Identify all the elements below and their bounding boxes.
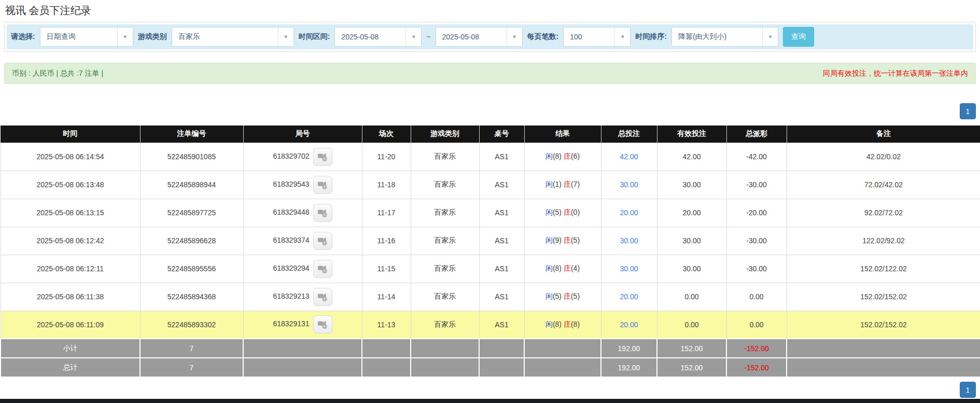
- cell-result: 闲(1) 庄(7): [524, 171, 601, 199]
- cell-game-type: 百家乐: [411, 255, 479, 283]
- chevron-down-icon[interactable]: ▼: [507, 27, 522, 46]
- time-sort-select[interactable]: 降冪(由大到小) ▼: [671, 27, 778, 47]
- cell-result: 闲(8) 庄(4): [524, 255, 601, 283]
- col-header-valid-bet: 有效投注: [657, 126, 726, 143]
- cell-remark: 42.02/0.02: [787, 143, 980, 171]
- cell-session: 11-17: [362, 199, 411, 227]
- totals-total-bet: 192.00: [601, 358, 657, 377]
- video-reel-icon: [317, 319, 328, 329]
- cell-session: 11-14: [362, 283, 411, 311]
- col-header-table-no: 桌号: [479, 126, 524, 143]
- cell-session: 11-15: [362, 255, 411, 283]
- cell-round-id: 618329131: [243, 311, 362, 339]
- cell-total-bet: 42.00: [601, 143, 657, 171]
- total-bet-link[interactable]: 30.00: [620, 237, 638, 245]
- cell-table-no: AS1: [479, 255, 524, 283]
- table-header: 时间 注单编号 局号 场次 游戏类别 桌号 结果 总投注 有效投注 总派彩 备注: [1, 126, 980, 143]
- totals-valid-bet: 152.00: [657, 339, 726, 358]
- cell-game-type: 百家乐: [411, 283, 479, 311]
- page-1-button[interactable]: 1: [960, 103, 976, 119]
- date-to-select[interactable]: 2025-05-08 ▼: [436, 27, 523, 47]
- chevron-down-icon[interactable]: ▼: [762, 27, 778, 46]
- currency-total-text: 币别 : 人民币 | 总共 :7 注单 |: [12, 69, 103, 78]
- total-bet-link[interactable]: 42.00: [620, 152, 638, 161]
- page-size-value: 100: [564, 27, 614, 46]
- time-range-label: 时间区间:: [299, 32, 330, 41]
- cell-bet-id: 522485896628: [140, 227, 243, 255]
- cell-game-type: 百家乐: [411, 199, 479, 227]
- cell-bet-id: 522485894368: [140, 283, 243, 311]
- cell-total-payout: -30.00: [726, 255, 787, 283]
- total-bet-link[interactable]: 20.00: [620, 209, 638, 217]
- totals-valid-bet: 152.00: [657, 358, 726, 377]
- cell-valid-bet: 42.00: [657, 143, 726, 171]
- cell-total-bet: 30.00: [601, 171, 657, 199]
- total-bet-link[interactable]: 20.00: [620, 321, 638, 329]
- page-size-select[interactable]: 100 ▼: [563, 27, 631, 47]
- col-header-total-payout: 总派彩: [726, 126, 787, 143]
- video-reel-icon: [317, 180, 328, 190]
- cell-result: 闲(5) 庄(0): [524, 199, 601, 227]
- totals-payout: -152.00: [726, 339, 787, 358]
- cell-total-payout: 0.00: [726, 283, 787, 311]
- cell-valid-bet: 30.00: [657, 255, 726, 283]
- cell-session: 11-13: [362, 311, 411, 339]
- total-bet-link[interactable]: 20.00: [620, 293, 638, 301]
- page-1-button[interactable]: 1: [960, 382, 976, 398]
- cell-table-no: AS1: [479, 171, 524, 199]
- cell-valid-bet: 0.00: [657, 311, 726, 339]
- cell-remark: 152.02/122.02: [787, 255, 980, 283]
- chevron-down-icon[interactable]: ▼: [278, 27, 293, 46]
- game-category-select[interactable]: 百家乐 ▼: [172, 27, 294, 47]
- video-reel-icon: [317, 152, 328, 162]
- cell-bet-id: 522485898944: [140, 171, 243, 199]
- col-header-total-bet: 总投注: [601, 126, 657, 143]
- totals-label: 小计: [1, 339, 140, 358]
- video-replay-button[interactable]: [313, 204, 332, 222]
- cell-game-type: 百家乐: [411, 171, 479, 199]
- date-from-value: 2025-05-08: [335, 27, 405, 46]
- search-button[interactable]: 查询: [783, 27, 814, 47]
- cell-session: 11-16: [362, 227, 411, 255]
- query-type-select[interactable]: 日期查询 ▼: [40, 27, 133, 47]
- cell-remark: 92.02/72.02: [787, 199, 980, 227]
- totals-remark: [787, 339, 980, 358]
- video-replay-button[interactable]: [313, 315, 332, 333]
- chevron-down-icon[interactable]: ▼: [405, 27, 421, 46]
- table-row: 2025-05-08 06:11:38 522485894368 6183292…: [1, 283, 980, 311]
- totals-count: 7: [140, 358, 243, 377]
- pagination-top: 1: [4, 103, 976, 119]
- totals-count: 7: [140, 339, 243, 358]
- page-title: 视讯 会员下注纪录: [0, 0, 980, 18]
- video-replay-button[interactable]: [313, 148, 332, 166]
- totals-row: 总计 7 192.00 152.00 -152.00: [1, 358, 980, 377]
- time-sort-value: 降冪(由大到小): [672, 27, 762, 46]
- chevron-down-icon[interactable]: ▼: [117, 27, 133, 46]
- cell-bet-id: 522485901085: [140, 143, 243, 171]
- cell-total-bet: 30.00: [601, 255, 657, 283]
- cell-time: 2025-05-08 06:11:38: [1, 283, 140, 311]
- cell-game-type: 百家乐: [411, 143, 479, 171]
- video-replay-button[interactable]: [313, 288, 332, 306]
- cell-time: 2025-05-08 06:12:11: [1, 255, 140, 283]
- cell-time: 2025-05-08 06:13:48: [1, 171, 140, 199]
- filter-bar: 请选择: 日期查询 ▼ 游戏类别 百家乐 ▼ 时间区间: 2025-05-08 …: [7, 24, 973, 49]
- cell-round-id: 618329448: [243, 199, 362, 227]
- betting-records-table: 时间 注单编号 局号 场次 游戏类别 桌号 结果 总投注 有效投注 总派彩 备注…: [0, 126, 980, 378]
- video-replay-button[interactable]: [313, 260, 332, 278]
- totals-total-bet: 192.00: [601, 339, 657, 358]
- game-category-label: 游戏类别: [138, 32, 167, 41]
- col-header-remark: 备注: [787, 126, 980, 143]
- video-replay-button[interactable]: [313, 232, 332, 250]
- table-row: 2025-05-08 06:13:48 522485898944 6183295…: [1, 171, 980, 199]
- total-bet-link[interactable]: 30.00: [620, 180, 638, 189]
- time-sort-label: 时间排序:: [635, 32, 667, 41]
- total-bet-link[interactable]: 30.00: [620, 265, 638, 273]
- video-replay-button[interactable]: [313, 176, 332, 194]
- chevron-down-icon[interactable]: ▼: [614, 27, 630, 46]
- cell-valid-bet: 0.00: [657, 283, 726, 311]
- cell-total-bet: 20.00: [601, 199, 657, 227]
- date-from-select[interactable]: 2025-05-08 ▼: [334, 27, 422, 47]
- cell-total-payout: -30.00: [726, 171, 787, 199]
- totals-label: 总计: [1, 358, 140, 377]
